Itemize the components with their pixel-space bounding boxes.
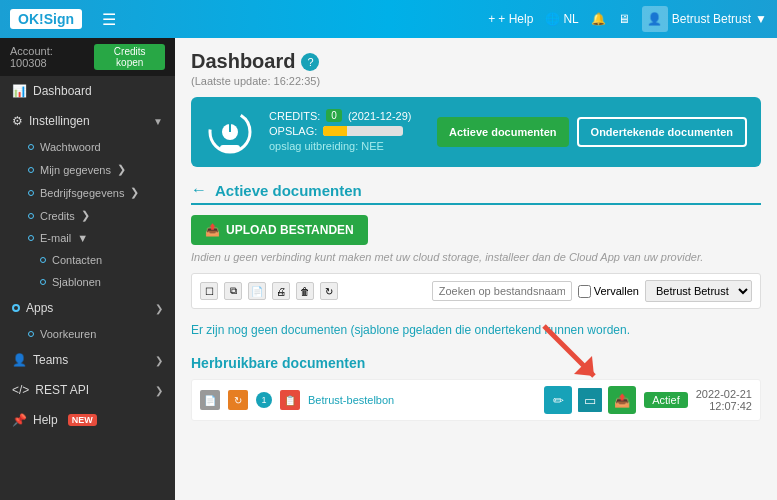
trash-icon[interactable]: 🗑 [296,282,314,300]
sidebar-dashboard-label: Dashboard [33,84,92,98]
toolbar-row: ☐ ⧉ 📄 🖨 🗑 ↻ Vervallen Betrust Betrust [191,273,761,309]
circle-icon [12,304,20,312]
reusable-doc-row: 📄 ↻ 1 📋 Betrust-bestelbon ✏ ▭ 📤 Actief 2… [191,379,761,421]
dashboard-icon: 📊 [12,84,27,98]
pin-icon: 📌 [12,413,27,427]
avatar: 👤 [642,6,668,32]
new-badge: NEW [68,414,97,426]
credits-label-stat: CREDITS: [269,110,320,122]
chevron-down-icon: ▼ [153,116,163,127]
sidebar-item-instellingen[interactable]: ⚙ Instellingen ▼ [0,106,175,136]
status-badge: Actief [644,392,688,408]
sidebar-item-credits[interactable]: Credits ❯ [0,204,175,227]
gauge-icon [205,107,255,157]
dot-icon [28,331,34,337]
user-menu[interactable]: 👤 Betrust Betrust ▼ [642,6,767,32]
chevron-right-icon: ❯ [117,163,126,176]
page-title: Dashboard [191,50,295,73]
mijn-gegevens-label: Mijn gegevens [40,164,111,176]
header: OK!Sign ☰ + + Help 🌐 NL 🔔 🖥 👤 Betrust Be… [0,0,777,38]
info-stats: CREDITS: 0 (2021-12-29) OPSLAG: opslag u… [269,109,423,155]
sidebar: Account: 100308 Credits kopen 📊 Dashboar… [0,38,175,500]
help-circle-icon[interactable]: ? [301,53,319,71]
rest-api-label: REST API [35,383,89,397]
info-buttons: Actieve documenten Ondertekende document… [437,117,747,147]
search-input[interactable] [432,281,572,301]
sidebar-item-wachtwoord[interactable]: Wachtwoord [0,136,175,158]
flag-icon: 🌐 [545,12,560,26]
active-docs-title: Actieve documenten [215,182,362,199]
lang-action[interactable]: 🌐 NL [545,12,578,26]
help-action[interactable]: + + Help [488,12,533,26]
sidebar-item-dashboard[interactable]: 📊 Dashboard [0,76,175,106]
menu-icon[interactable]: ☰ [102,10,116,29]
storage-bar-fill [323,126,347,136]
back-arrow-icon[interactable]: ← [191,181,207,199]
screen-action[interactable]: 🖥 [618,12,630,26]
sidebar-item-contacten[interactable]: Contacten [0,249,175,271]
last-update: (Laatste update: 16:22:35) [191,75,761,87]
settings-icon: ⚙ [12,114,23,128]
action-buttons: ✏ ▭ 📤 [544,386,636,414]
sidebar-item-email[interactable]: E-mail ▼ [0,227,175,249]
content-area: Dashboard ? (Laatste update: 16:22:35) C… [175,38,777,500]
account-label: Account: 100308 [10,45,88,69]
help-sidebar-label: Help [33,413,58,427]
dot-icon [28,167,34,173]
credits-kopen-button[interactable]: Credits kopen [94,44,165,70]
help-label: + Help [498,12,533,26]
opslag-uitbreiding: opslag uitbreiding: NEE [269,140,384,152]
doc-link[interactable]: Betrust-bestelbon [308,394,536,406]
refresh-icon[interactable]: ↻ [320,282,338,300]
chevron-right-icon: ❯ [155,385,163,396]
copy-icon[interactable]: ⧉ [224,282,242,300]
doc-date: 2022-02-21 12:07:42 [696,388,752,412]
doc-icon-2: ↻ [228,390,248,410]
upload-button[interactable]: 📤 UPLOAD BESTANDEN [191,215,368,245]
doc-icon-3: 📋 [280,390,300,410]
vervallen-check: Vervallen [578,285,639,298]
file-icon[interactable]: 📄 [248,282,266,300]
dot-icon [28,144,34,150]
sidebar-item-bedrijfsgegevens[interactable]: Bedrijfsgegevens ❯ [0,181,175,204]
reusable-docs-title: Herbruikbare documenten [191,355,761,371]
bedrijfsgegevens-label: Bedrijfsgegevens [40,187,124,199]
dot-icon [40,279,46,285]
sjablonen-label: Sjablonen [52,276,101,288]
apps-label: Apps [26,301,53,315]
person-icon: 👤 [12,353,27,367]
lang-label: NL [563,12,578,26]
sidebar-item-teams[interactable]: 👤 Teams ❯ [0,345,175,375]
user-select[interactable]: Betrust Betrust [645,280,752,302]
vervallen-checkbox[interactable] [578,285,591,298]
teams-label: Teams [33,353,68,367]
email-label: E-mail [40,232,71,244]
sidebar-item-voorkeuren[interactable]: Voorkeuren [0,323,175,345]
doc-date-value: 2022-02-21 [696,388,752,400]
dot-icon [28,190,34,196]
sidebar-account: Account: 100308 Credits kopen [0,38,175,76]
svg-rect-3 [220,145,240,151]
upload-icon: 📤 [205,223,220,237]
logo: OK!Sign [10,9,82,29]
notification-action[interactable]: 🔔 [591,12,606,26]
sidebar-item-sjablonen[interactable]: Sjablonen [0,271,175,293]
screen-icon: 🖥 [618,12,630,26]
print-icon[interactable]: 🖨 [272,282,290,300]
no-docs-message: Er zijn nog geen documenten (sjablone pg… [191,317,761,343]
credits-year: (2021-12-29) [348,110,412,122]
chevron-right-icon: ❯ [155,303,163,314]
upload-note: Indien u geen verbinding kunt maken met … [191,251,761,263]
chevron-right-icon: ❯ [155,355,163,366]
sidebar-item-rest-api[interactable]: </> REST API ❯ [0,375,175,405]
doc-time-value: 12:07:42 [696,400,752,412]
doc-count-badge: 1 [256,392,272,408]
signed-docs-button[interactable]: Ondertekende documenten [577,117,747,147]
sidebar-item-mijn-gegevens[interactable]: Mijn gegevens ❯ [0,158,175,181]
sidebar-item-apps[interactable]: Apps ❯ [0,293,175,323]
vervallen-label: Vervallen [594,285,639,297]
checkbox-icon[interactable]: ☐ [200,282,218,300]
contacten-label: Contacten [52,254,102,266]
sidebar-item-help[interactable]: 📌 Help NEW [0,405,175,435]
active-docs-button[interactable]: Actieve documenten [437,117,569,147]
